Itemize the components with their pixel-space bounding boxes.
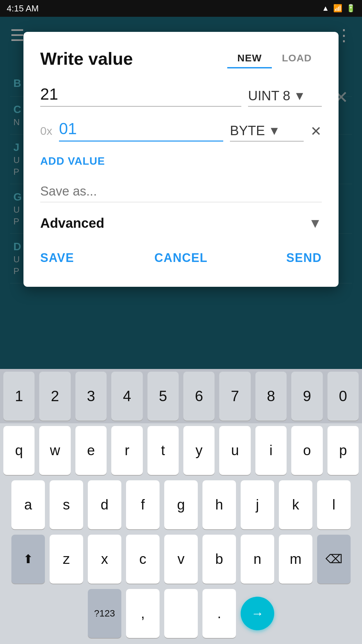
key-p[interactable]: p	[327, 426, 359, 475]
key-h[interactable]: h	[202, 480, 236, 529]
key-o[interactable]: o	[291, 426, 322, 475]
key-6[interactable]: 6	[183, 372, 215, 421]
key-r[interactable]: r	[111, 426, 142, 475]
key-v[interactable]: v	[164, 535, 198, 584]
status-bar: 4:15 AM ▲ 📶 🔋	[0, 0, 362, 17]
key-5[interactable]: 5	[147, 372, 179, 421]
key-j[interactable]: j	[241, 480, 274, 529]
hex-input[interactable]	[59, 117, 223, 142]
key-y[interactable]: y	[183, 426, 215, 475]
keyboard-zxcv-row: ⬆ z x c v b n m ⌫	[0, 532, 362, 586]
key-2[interactable]: 2	[39, 372, 70, 421]
save-button[interactable]: SAVE	[40, 248, 134, 268]
hex-input-wrapper	[59, 117, 223, 142]
byte-dropdown[interactable]: BYTE ▼	[230, 120, 304, 142]
status-icons: ▲ 📶 🔋	[322, 4, 355, 13]
value-input[interactable]	[40, 82, 241, 107]
key-k[interactable]: k	[279, 480, 312, 529]
dialog-tabs: NEW LOAD	[227, 49, 322, 68]
comma-key[interactable]: ,	[126, 589, 160, 638]
key-3[interactable]: 3	[75, 372, 107, 421]
period-key[interactable]: .	[202, 589, 236, 638]
signal-icon: ▲	[322, 4, 329, 13]
key-0[interactable]: 0	[327, 372, 359, 421]
key-u[interactable]: u	[219, 426, 250, 475]
byte-dropdown-arrow-icon: ▼	[268, 124, 280, 138]
enter-key[interactable]: →	[241, 597, 274, 630]
key-e[interactable]: e	[75, 426, 107, 475]
save-as-input[interactable]	[40, 181, 322, 202]
remove-value-icon[interactable]: ✕	[310, 123, 322, 142]
status-time: 4:15 AM	[7, 3, 39, 14]
add-value-button[interactable]: ADD VALUE	[40, 155, 322, 167]
key-x[interactable]: x	[88, 535, 121, 584]
value-row: UINT 8 ▼	[40, 82, 322, 107]
keyboard-bottom-row: ?123 , . →	[0, 586, 362, 644]
tab-new[interactable]: NEW	[227, 49, 272, 68]
key-l[interactable]: l	[317, 480, 351, 529]
shift-key[interactable]: ⬆	[11, 535, 45, 584]
tab-load[interactable]: LOAD	[272, 49, 322, 68]
key-4[interactable]: 4	[111, 372, 142, 421]
value-input-wrapper	[40, 82, 241, 107]
key-b[interactable]: b	[202, 535, 236, 584]
write-value-dialog: Write value NEW LOAD UINT 8 ▼ 0x BYTE ▼ …	[23, 32, 339, 287]
key-g[interactable]: g	[164, 480, 198, 529]
key-f[interactable]: f	[126, 480, 160, 529]
backspace-key[interactable]: ⌫	[317, 535, 351, 584]
type-label: UINT 8	[248, 88, 290, 103]
symbols-key[interactable]: ?123	[88, 589, 121, 638]
keyboard-qwerty-row: q w e r t y u i o p	[0, 423, 362, 478]
advanced-expand-icon: ▼	[308, 216, 322, 231]
type-dropdown[interactable]: UINT 8 ▼	[248, 86, 322, 107]
cancel-button[interactable]: CANCEL	[134, 248, 228, 268]
dialog-title: Write value	[40, 49, 227, 69]
hex-prefix-label: 0x	[40, 124, 52, 142]
key-n[interactable]: n	[241, 535, 274, 584]
key-8[interactable]: 8	[255, 372, 287, 421]
advanced-section[interactable]: Advanced ▼	[40, 216, 322, 231]
keyboard-asdf-row: a s d f g h j k l	[0, 478, 362, 532]
dialog-actions: SAVE CANCEL SEND	[40, 248, 322, 268]
wifi-icon: 📶	[333, 4, 342, 13]
key-7[interactable]: 7	[219, 372, 250, 421]
key-1[interactable]: 1	[3, 372, 35, 421]
byte-label: BYTE	[230, 123, 265, 138]
key-q[interactable]: q	[3, 426, 35, 475]
send-button[interactable]: SEND	[228, 248, 322, 268]
key-i[interactable]: i	[255, 426, 287, 475]
key-w[interactable]: w	[39, 426, 70, 475]
key-9[interactable]: 9	[291, 372, 322, 421]
space-key[interactable]	[164, 589, 198, 638]
key-s[interactable]: s	[50, 480, 83, 529]
type-dropdown-arrow-icon: ▼	[294, 89, 306, 103]
keyboard-number-row: 1 2 3 4 5 6 7 8 9 0	[0, 369, 362, 423]
dialog-header: Write value NEW LOAD	[40, 49, 322, 69]
key-c[interactable]: c	[126, 535, 160, 584]
battery-icon: 🔋	[346, 4, 355, 13]
software-keyboard: 1 2 3 4 5 6 7 8 9 0 q w e r t y u i o p …	[0, 369, 362, 644]
key-z[interactable]: z	[50, 535, 83, 584]
key-a[interactable]: a	[11, 480, 45, 529]
key-m[interactable]: m	[279, 535, 312, 584]
advanced-label: Advanced	[40, 216, 104, 231]
key-d[interactable]: d	[88, 480, 121, 529]
key-t[interactable]: t	[147, 426, 179, 475]
hex-row: 0x BYTE ▼ ✕	[40, 117, 322, 142]
